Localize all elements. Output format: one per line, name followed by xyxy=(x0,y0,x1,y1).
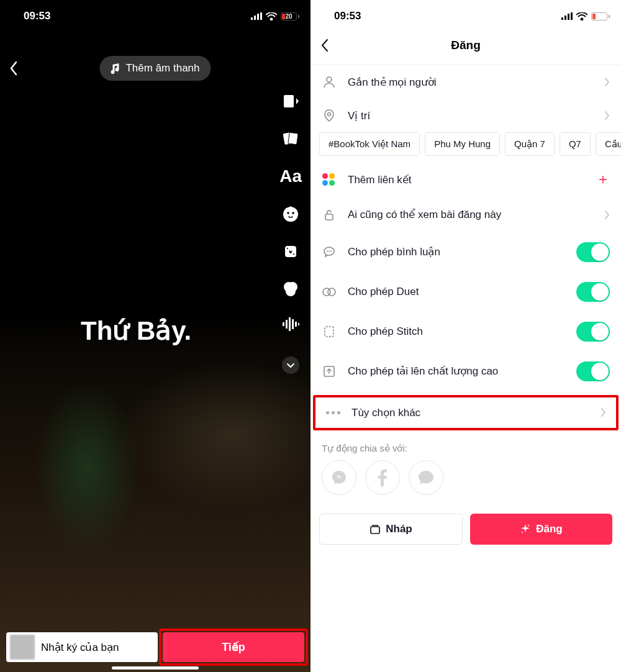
cellular-icon xyxy=(561,12,573,20)
svg-point-30 xyxy=(329,250,330,252)
location-chip[interactable]: #BookTok Việt Nam xyxy=(319,132,420,156)
post-header: Đăng xyxy=(310,30,621,61)
more-options-label: Tùy chọn khác xyxy=(351,406,589,419)
facebook-icon xyxy=(378,469,388,486)
status-time: 09:53 xyxy=(334,10,361,22)
svg-rect-6 xyxy=(288,132,298,145)
cellular-icon xyxy=(251,12,262,20)
sparkle-icon xyxy=(520,524,531,535)
post-button[interactable]: Đăng xyxy=(470,514,612,545)
back-button[interactable] xyxy=(9,60,17,77)
person-icon xyxy=(322,75,337,89)
svg-rect-0 xyxy=(251,17,253,20)
flip-tool[interactable] xyxy=(281,92,300,111)
auto-share-label: Tự động chia sẻ với: xyxy=(310,434,621,460)
video-editor: Thứ Bảy. Thêm âm thanh Aa Nhật ký của b xyxy=(0,30,310,672)
expand-tools-button[interactable] xyxy=(282,356,299,374)
comment-icon xyxy=(322,245,337,259)
svg-point-11 xyxy=(287,248,288,249)
text-tool[interactable]: Aa xyxy=(279,166,302,186)
back-button[interactable] xyxy=(320,38,329,53)
allow-hq-label: Cho phép tải lên chất lượng cao xyxy=(348,365,565,378)
svg-point-29 xyxy=(327,250,328,252)
more-dots-icon xyxy=(325,411,340,414)
video-preview[interactable] xyxy=(0,30,310,672)
share-message-button[interactable] xyxy=(409,460,443,495)
location-chip[interactable]: Phu My Hung xyxy=(425,132,500,156)
audio-editing-tool[interactable] xyxy=(281,317,300,332)
svg-rect-34 xyxy=(325,327,333,337)
allow-hq-toggle[interactable] xyxy=(576,361,610,381)
home-indicator[interactable] xyxy=(112,666,199,670)
add-sound-button[interactable]: Thêm âm thanh xyxy=(99,56,211,81)
your-story-button[interactable]: Nhật ký của bạn xyxy=(6,632,158,662)
chevron-right-icon xyxy=(604,111,610,120)
battery-indicator: 20 xyxy=(591,12,610,20)
more-options-wrap: Tùy chọn khác xyxy=(314,396,617,429)
chevron-right-icon xyxy=(604,210,610,220)
allow-duet-label: Cho phép Duet xyxy=(348,286,565,298)
editor-bottom-bar: Nhật ký của bạn Tiếp xyxy=(6,632,304,662)
allow-stitch-row: Cho phép Stitch xyxy=(310,312,621,352)
status-bar: 09:53 20 xyxy=(310,0,621,30)
message-bubble-icon xyxy=(417,470,435,486)
location-pin-icon xyxy=(322,109,337,122)
svg-rect-1 xyxy=(254,16,256,20)
editor-screen: 09:53 20 Thứ Bảy. Thêm âm thanh Aa xyxy=(0,0,310,672)
status-icons: 20 xyxy=(251,12,299,20)
templates-tool[interactable] xyxy=(281,129,300,148)
svg-rect-25 xyxy=(571,12,573,20)
post-button-label: Đăng xyxy=(536,523,563,535)
svg-rect-21 xyxy=(298,323,299,325)
location-chip[interactable]: Quận 7 xyxy=(505,132,555,156)
editor-topbar: Thêm âm thanh xyxy=(0,60,310,77)
stickers-tool[interactable] xyxy=(281,205,300,224)
svg-rect-24 xyxy=(568,14,569,20)
add-link-row[interactable]: Thêm liên kết + xyxy=(310,161,621,198)
more-options-row[interactable]: Tùy chọn khác xyxy=(314,396,617,429)
your-story-label: Nhật ký của bạn xyxy=(41,641,119,654)
lock-open-icon xyxy=(322,208,337,222)
svg-point-8 xyxy=(287,212,289,214)
location-chip[interactable]: Q7 xyxy=(560,132,591,156)
tag-people-label: Gắn thẻ mọi người xyxy=(348,76,593,89)
share-messenger-button[interactable] xyxy=(322,460,356,495)
add-sound-label: Thêm âm thanh xyxy=(125,62,199,75)
status-bar: 09:53 20 xyxy=(0,0,310,30)
allow-comments-row: Cho phép bình luận xyxy=(310,232,621,272)
filters-tool[interactable] xyxy=(281,279,300,298)
draft-button[interactable]: Nháp xyxy=(319,514,463,545)
svg-rect-2 xyxy=(257,14,259,20)
allow-stitch-toggle[interactable] xyxy=(576,322,610,342)
allow-duet-toggle[interactable] xyxy=(576,282,610,302)
chevron-right-icon xyxy=(601,407,606,417)
post-screen: 09:53 20 Đăng Gắn thẻ mọi người Vị trí #… xyxy=(310,0,621,672)
svg-point-37 xyxy=(528,525,529,526)
effects-tool[interactable] xyxy=(281,242,300,261)
battery-indicator: 20 xyxy=(281,12,299,20)
share-facebook-button[interactable] xyxy=(365,460,400,495)
allow-comments-label: Cho phép bình luận xyxy=(348,245,565,258)
location-row[interactable]: Vị trí xyxy=(310,99,621,132)
location-chip[interactable]: Cầu Ánh S xyxy=(596,132,621,156)
messenger-icon xyxy=(330,469,348,486)
page-title: Đăng xyxy=(451,39,481,52)
draft-label: Nháp xyxy=(386,523,412,535)
next-button[interactable]: Tiếp xyxy=(163,632,304,662)
allow-duet-row: Cho phép Duet xyxy=(310,272,621,312)
svg-rect-18 xyxy=(289,317,291,331)
svg-rect-3 xyxy=(260,12,262,20)
svg-point-31 xyxy=(330,250,332,252)
privacy-label: Ai cũng có thể xem bài đăng này xyxy=(348,208,593,222)
plus-icon: + xyxy=(599,171,607,188)
svg-rect-17 xyxy=(286,320,288,329)
apps-color-icon xyxy=(322,173,337,186)
share-icons xyxy=(310,460,621,507)
allow-stitch-label: Cho phép Stitch xyxy=(348,325,565,338)
allow-comments-toggle[interactable] xyxy=(576,242,610,262)
tag-people-row[interactable]: Gắn thẻ mọi người xyxy=(310,65,621,99)
svg-rect-16 xyxy=(283,322,284,326)
video-caption-overlay[interactable]: Thứ Bảy. xyxy=(81,316,191,346)
location-label: Vị trí xyxy=(348,109,593,122)
privacy-row[interactable]: Ai cũng có thể xem bài đăng này xyxy=(310,198,621,232)
